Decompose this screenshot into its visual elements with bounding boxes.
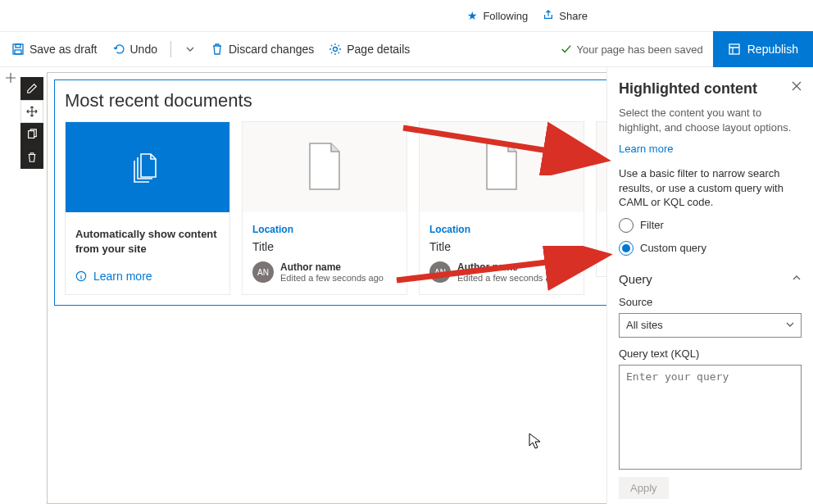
querytext-label: Query text (KQL) bbox=[619, 347, 802, 360]
svg-rect-4 bbox=[729, 44, 739, 54]
save-status: Your page has been saved bbox=[561, 43, 713, 56]
plus-icon bbox=[5, 72, 16, 84]
discard-button[interactable]: Discard changes bbox=[209, 39, 316, 59]
panel-description: Select the content you want to highlight… bbox=[619, 106, 802, 134]
svg-rect-5 bbox=[29, 131, 34, 138]
check-icon bbox=[561, 43, 572, 55]
avatar: AN bbox=[429, 261, 451, 283]
undo-icon bbox=[112, 43, 125, 56]
radio-custom-label: Custom query bbox=[640, 242, 706, 254]
property-panel: Highlighted content Select the content y… bbox=[606, 67, 813, 504]
trash-icon bbox=[26, 152, 38, 163]
document-card[interactable]: Location Title AN Author name Edited a f… bbox=[419, 121, 584, 295]
card-title: Title bbox=[252, 240, 397, 253]
learn-more-link[interactable]: Learn more bbox=[66, 265, 229, 294]
duplicate-webpart-button[interactable] bbox=[20, 123, 43, 146]
share-label: Share bbox=[559, 10, 588, 22]
radio-custom-query[interactable]: Custom query bbox=[619, 241, 802, 256]
following-label: Following bbox=[483, 10, 528, 22]
panel-title: Highlighted content bbox=[619, 80, 757, 98]
query-text-input[interactable] bbox=[619, 365, 802, 470]
svg-point-3 bbox=[334, 48, 338, 52]
document-icon bbox=[305, 142, 344, 193]
edited-time: Edited a few seconds ago bbox=[457, 273, 561, 283]
chevron-down-icon bbox=[786, 319, 794, 331]
page-details-button[interactable]: Page details bbox=[327, 39, 411, 59]
star-icon: ★ bbox=[467, 9, 478, 22]
pencil-icon bbox=[26, 83, 38, 94]
save-icon bbox=[11, 43, 25, 56]
save-status-text: Your page has been saved bbox=[577, 43, 703, 56]
undo-label: Undo bbox=[130, 43, 157, 56]
left-rail bbox=[0, 67, 20, 504]
share-icon bbox=[543, 9, 554, 23]
layout-icon bbox=[728, 43, 741, 56]
page-top-actions: ★ Following Share bbox=[0, 0, 813, 31]
author-name: Author name bbox=[280, 261, 384, 273]
query-section-label: Query bbox=[619, 272, 652, 286]
location-label: Location bbox=[252, 224, 397, 235]
move-webpart-button[interactable] bbox=[20, 100, 43, 123]
discard-label: Discard changes bbox=[229, 43, 314, 56]
radio-icon bbox=[619, 218, 634, 233]
delete-webpart-button[interactable] bbox=[20, 146, 43, 169]
author-name: Author name bbox=[457, 261, 561, 273]
radio-icon bbox=[619, 241, 634, 256]
following-toggle[interactable]: ★ Following bbox=[467, 9, 528, 22]
share-button[interactable]: Share bbox=[543, 9, 588, 23]
learn-more-label: Learn more bbox=[93, 270, 152, 283]
edited-time: Edited a few seconds ago bbox=[280, 273, 384, 283]
toolbar-divider bbox=[170, 41, 171, 57]
source-value: All sites bbox=[626, 319, 663, 331]
undo-button[interactable]: Undo bbox=[111, 39, 159, 59]
undo-dropdown[interactable] bbox=[183, 39, 198, 59]
info-icon bbox=[75, 270, 87, 282]
svg-rect-1 bbox=[16, 44, 20, 48]
page-details-label: Page details bbox=[347, 43, 410, 56]
featured-description: Automatically show content from your sit… bbox=[66, 212, 229, 265]
apply-button[interactable]: Apply bbox=[619, 477, 669, 499]
close-icon bbox=[792, 81, 802, 91]
republish-label: Republish bbox=[747, 43, 798, 56]
webpart-mini-toolbar bbox=[20, 77, 43, 169]
copy-icon bbox=[26, 129, 38, 140]
save-draft-label: Save as draft bbox=[30, 43, 98, 56]
edit-webpart-button[interactable] bbox=[20, 77, 43, 100]
source-select[interactable]: All sites bbox=[619, 313, 802, 338]
gear-icon bbox=[329, 43, 342, 56]
document-card[interactable]: Location Title AN Author name Edited a f… bbox=[242, 121, 407, 295]
svg-rect-2 bbox=[15, 50, 21, 54]
documents-stack-icon bbox=[131, 149, 164, 186]
card-featured[interactable]: Automatically show content from your sit… bbox=[65, 121, 230, 295]
query-section-header[interactable]: Query bbox=[619, 272, 802, 286]
document-icon bbox=[482, 142, 521, 193]
location-label: Location bbox=[429, 224, 574, 235]
add-section-button[interactable] bbox=[3, 70, 18, 85]
card-title: Title bbox=[429, 240, 574, 253]
panel-learn-more-link[interactable]: Learn more bbox=[619, 143, 802, 155]
chevron-up-icon bbox=[792, 273, 802, 285]
trash-icon bbox=[211, 43, 224, 56]
source-label: Source bbox=[619, 296, 802, 308]
move-icon bbox=[26, 106, 38, 117]
radio-filter-label: Filter bbox=[640, 219, 664, 231]
editor-toolbar: Save as draft Undo Discard changes Page … bbox=[0, 31, 813, 67]
apply-label: Apply bbox=[630, 482, 657, 494]
panel-subtext: Use a basic filter to narrow search resu… bbox=[619, 166, 802, 210]
close-panel-button[interactable] bbox=[792, 80, 802, 93]
republish-button[interactable]: Republish bbox=[713, 31, 813, 67]
chevron-down-icon bbox=[186, 45, 194, 53]
save-draft-button[interactable]: Save as draft bbox=[10, 39, 99, 59]
radio-filter[interactable]: Filter bbox=[619, 218, 802, 233]
avatar: AN bbox=[252, 261, 274, 283]
